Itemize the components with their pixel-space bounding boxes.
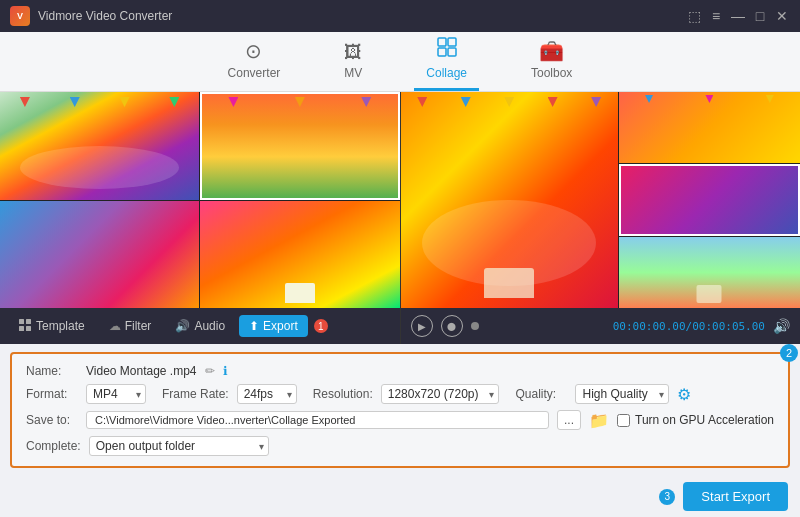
main-content: Template ☁ Filter 🔊 Audio ⬆ Export 1 <box>0 92 800 517</box>
settings-panel: 2 Name: Video Montage .mp4 ✏ ℹ Format: M… <box>10 352 790 468</box>
name-row: Name: Video Montage .mp4 ✏ ℹ <box>26 364 774 378</box>
filter-button[interactable]: ☁ Filter <box>99 315 162 337</box>
nav-converter-label: Converter <box>228 66 281 80</box>
start-export-badge: 3 <box>659 489 675 505</box>
collage-cell-2[interactable] <box>200 92 399 200</box>
mv-icon: 🖼 <box>344 42 362 63</box>
menu-button[interactable]: ≡ <box>708 8 724 24</box>
playback-buttons: ▶ ⬤ <box>411 315 479 337</box>
template-label: Template <box>36 319 85 333</box>
svg-rect-4 <box>19 319 24 324</box>
export-badge: 1 <box>314 319 328 333</box>
start-export-label: Start Export <box>701 489 770 504</box>
format-label: Format: <box>26 387 78 401</box>
bottom-action: 3 Start Export <box>0 476 800 517</box>
resolution-label: Resolution: <box>313 387 373 401</box>
framerate-label: Frame Rate: <box>162 387 229 401</box>
nav-mv-label: MV <box>344 66 362 80</box>
collage-cell-3[interactable] <box>0 201 199 309</box>
collage-grid-left <box>0 92 400 308</box>
volume-icon[interactable]: 🔊 <box>773 318 790 334</box>
close-button[interactable]: ✕ <box>774 8 790 24</box>
play-button[interactable]: ▶ <box>411 315 433 337</box>
template-icon <box>18 318 32 335</box>
stop-button[interactable]: ⬤ <box>441 315 463 337</box>
svg-rect-5 <box>26 319 31 324</box>
window-controls: ⬚ ≡ — □ ✕ <box>686 8 790 24</box>
nav-collage-label: Collage <box>426 66 467 80</box>
quality-label: Quality: <box>515 387 567 401</box>
complete-select[interactable]: Open output folder <box>89 436 269 456</box>
quality-select[interactable]: High Quality <box>575 384 668 404</box>
svg-rect-6 <box>19 326 24 331</box>
nav-collage[interactable]: Collage <box>414 30 479 91</box>
complete-label: Complete: <box>26 439 81 453</box>
gpu-checkbox[interactable] <box>617 414 630 427</box>
filter-label: Filter <box>125 319 152 333</box>
titlebar: V Vidmore Video Converter ⬚ ≡ — □ ✕ <box>0 0 800 32</box>
preview-area: Template ☁ Filter 🔊 Audio ⬆ Export 1 <box>0 92 800 344</box>
right-panel: ▶ ⬤ 00:00:00.00/00:00:05.00 🔊 <box>401 92 801 344</box>
nav-toolbox[interactable]: 🧰 Toolbox <box>519 33 584 91</box>
start-export-button[interactable]: Start Export <box>683 482 788 511</box>
template-button[interactable]: Template <box>8 314 95 339</box>
time-display: 00:00:00.00/00:00:05.00 <box>613 320 765 333</box>
name-info-icon[interactable]: ℹ <box>223 364 228 378</box>
collage-cell-4[interactable] <box>200 201 399 309</box>
svg-rect-0 <box>438 38 446 46</box>
nav-mv[interactable]: 🖼 MV <box>332 36 374 91</box>
maximize-button[interactable]: □ <box>752 8 768 24</box>
export-label: Export <box>263 319 298 333</box>
framerate-select[interactable]: 24fps <box>237 384 297 404</box>
settings-badge: 2 <box>780 344 798 362</box>
svg-rect-7 <box>26 326 31 331</box>
left-video-preview <box>0 92 400 308</box>
name-edit-icon[interactable]: ✏ <box>205 364 215 378</box>
resolution-select[interactable]: 1280x720 (720p) <box>381 384 500 404</box>
left-panel: Template ☁ Filter 🔊 Audio ⬆ Export 1 <box>0 92 400 344</box>
audio-icon: 🔊 <box>175 319 190 333</box>
right-collage-grid <box>401 92 801 308</box>
gpu-label: Turn on GPU Acceleration <box>635 413 774 427</box>
save-path-display: C:\Vidmore\Vidmore Video...nverter\Colla… <box>86 411 549 429</box>
svg-rect-2 <box>438 48 446 56</box>
format-row: Format: MP4 Frame Rate: 24fps Resolution… <box>26 384 774 404</box>
name-value: Video Montage .mp4 <box>86 364 197 378</box>
complete-row: Complete: Open output folder <box>26 436 774 456</box>
right-small-3[interactable] <box>619 237 800 308</box>
path-dots-button[interactable]: ... <box>557 410 581 430</box>
app-logo: V <box>10 6 30 26</box>
nav-toolbox-label: Toolbox <box>531 66 572 80</box>
right-small-column <box>619 92 800 308</box>
navbar: ⊙ Converter 🖼 MV Collage 🧰 Toolbox <box>0 32 800 92</box>
quality-gear-icon[interactable]: ⚙ <box>677 385 691 404</box>
minimize-button[interactable]: — <box>730 8 746 24</box>
right-video-preview <box>401 92 801 308</box>
nav-converter[interactable]: ⊙ Converter <box>216 33 293 91</box>
right-playback-controls: ▶ ⬤ 00:00:00.00/00:00:05.00 🔊 <box>401 308 801 344</box>
collage-icon <box>436 36 458 63</box>
gpu-checkbox-wrap: Turn on GPU Acceleration <box>617 413 774 427</box>
collage-cell-1[interactable] <box>0 92 199 200</box>
audio-label: Audio <box>194 319 225 333</box>
app-title: Vidmore Video Converter <box>38 9 686 23</box>
folder-icon[interactable]: 📁 <box>589 411 609 430</box>
right-large-cell[interactable] <box>401 92 618 308</box>
left-toolbar: Template ☁ Filter 🔊 Audio ⬆ Export 1 <box>0 308 400 344</box>
right-small-1[interactable] <box>619 92 800 163</box>
toolbox-icon: 🧰 <box>539 39 564 63</box>
svg-rect-1 <box>448 38 456 46</box>
progress-indicator <box>471 322 479 330</box>
export-icon: ⬆ <box>249 319 259 333</box>
filter-icon: ☁ <box>109 319 121 333</box>
chat-button[interactable]: ⬚ <box>686 8 702 24</box>
saveto-row: Save to: C:\Vidmore\Vidmore Video...nver… <box>26 410 774 430</box>
export-button[interactable]: ⬆ Export <box>239 315 308 337</box>
saveto-label: Save to: <box>26 413 78 427</box>
converter-icon: ⊙ <box>245 39 262 63</box>
name-label: Name: <box>26 364 78 378</box>
svg-rect-3 <box>448 48 456 56</box>
audio-button[interactable]: 🔊 Audio <box>165 315 235 337</box>
right-small-2[interactable] <box>619 164 800 235</box>
format-select[interactable]: MP4 <box>86 384 146 404</box>
